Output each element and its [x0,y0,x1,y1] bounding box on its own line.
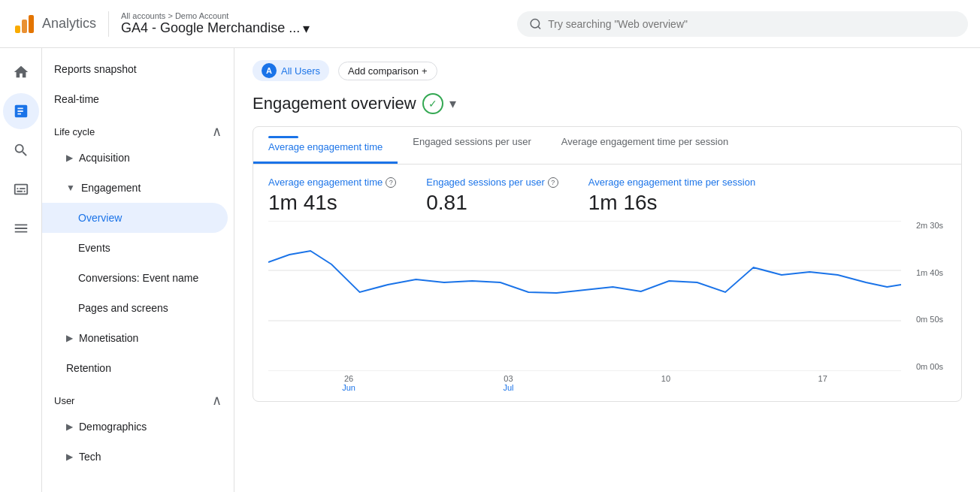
metric-tab-2[interactable]: Average engagement time per session [546,127,743,164]
nav-events-label: Events [78,242,110,254]
title-check-icon: ✓ [422,93,443,114]
metric-tab-0[interactable]: Average engagement time [253,127,398,164]
svg-rect-2 [29,15,34,33]
nav-reports-snapshot[interactable]: Reports snapshot [42,54,234,84]
tech-expand-icon: ▶ [66,451,73,462]
engagement-expand-icon: ▼ [66,183,75,193]
metric-label-2: Average engagement time per session [588,177,755,188]
nav-conversions[interactable]: Conversions: Event name [42,263,234,293]
home-nav-icon[interactable] [3,54,39,90]
nav-monetisation-label: Monetisation [79,332,138,344]
nav-demographics[interactable]: ▶ Demographics [42,412,234,442]
page-title: Engagement overview [253,94,416,113]
account-dropdown-icon[interactable]: ▾ [303,20,310,37]
segment-label: All Users [281,65,320,77]
svg-rect-0 [15,26,20,33]
metric-label-0: Average engagement time ? [268,177,396,188]
nav-acquisition-label: Acquisition [79,152,130,164]
y-label-top: 2m 30s [906,221,943,230]
nav-engagement[interactable]: ▼ Engagement [42,173,234,203]
nav-engagement-label: Engagement [81,182,141,194]
nav-retention[interactable]: Retention [42,353,234,383]
metrics-values: Average engagement time ? 1m 41s Engaged… [253,165,961,221]
metric-tab-1[interactable]: Engaged sessions per user [398,127,546,164]
segment-avatar: A [262,63,277,78]
metric-value-1: 0.81 [426,191,558,215]
metric-tab-2-label: Average engagement time per session [561,136,728,147]
analytics-logo [12,12,36,36]
metrics-card: Average engagement time Engaged sessions… [253,126,962,402]
configure-nav-icon[interactable] [3,210,39,246]
add-comparison-label: Add comparison [348,65,419,77]
metric-tab-0-label: Average engagement time [268,141,383,152]
user-collapse-icon[interactable]: ∧ [212,392,222,409]
demographics-expand-icon: ▶ [66,421,73,432]
app-title: Analytics [42,16,96,32]
svg-point-3 [531,19,539,27]
nav-realtime[interactable]: Real-time [42,84,234,114]
account-area: All accounts > Demo Account GA4 - Google… [108,11,310,37]
nav-tech-label: Tech [79,451,101,463]
nav-pages-screens[interactable]: Pages and screens [42,293,234,323]
top-header: Analytics All accounts > Demo Account GA… [0,0,980,48]
reports-nav-icon[interactable] [3,93,39,129]
metric-value-2: 1m 16s [588,191,755,215]
metric-block-1: Engaged sessions per user ? 0.81 [426,177,558,215]
page-title-area: Engagement overview ✓ ▾ [234,87,980,126]
nav-monetisation[interactable]: ▶ Monetisation [42,323,234,353]
content-header: A All Users Add comparison + [234,48,980,87]
y-label-mid1: 1m 40s [906,268,943,277]
svg-rect-1 [22,20,27,33]
line-chart [268,221,901,371]
logo-area: Analytics [12,12,96,36]
metric-value-0: 1m 41s [268,191,396,215]
nav-pages-screens-label: Pages and screens [78,302,168,314]
monetisation-expand-icon: ▶ [66,333,73,343]
nav-section-user: User ∧ [42,383,234,412]
icon-sidebar [0,48,42,492]
metric-block-2: Average engagement time per session 1m 1… [588,177,755,215]
metric-1-help-icon[interactable]: ? [548,177,558,188]
all-users-segment[interactable]: A All Users [253,60,329,81]
metric-label-1: Engaged sessions per user ? [426,177,558,188]
chart-area: 2m 30s 1m 40s 0m 50s 0m 00s 26Jun 03Jul [253,221,961,401]
add-comparison-button[interactable]: Add comparison + [338,62,437,80]
metrics-tabs: Average engagement time Engaged sessions… [253,127,961,165]
lifecycle-collapse-icon[interactable]: ∧ [212,123,222,140]
nav-section-lifecycle: Life cycle ∧ [42,114,234,143]
main-content: A All Users Add comparison + Engagement … [234,48,980,492]
title-dropdown-button[interactable]: ▾ [449,95,456,112]
account-selector[interactable]: GA4 - Google Merchandise ... ▾ [121,20,310,37]
nav-overview[interactable]: Overview [42,203,228,233]
x-label-26-jun: 26Jun [342,374,355,392]
search-bar[interactable] [517,11,968,37]
metric-0-help-icon[interactable]: ? [386,177,396,188]
main-layout: Reports snapshot Real-time Life cycle ∧ … [0,48,980,492]
nav-events[interactable]: Events [42,233,234,263]
metric-block-0: Average engagement time ? 1m 41s [268,177,396,215]
account-name-text: GA4 - Google Merchandise ... [121,20,300,36]
x-label-03-jul: 03Jul [503,374,513,392]
search-input[interactable] [548,18,956,30]
nav-sidebar: Reports snapshot Real-time Life cycle ∧ … [42,48,234,492]
search-icon [529,17,542,31]
nav-tech[interactable]: ▶ Tech [42,442,234,472]
add-comparison-icon: + [422,65,428,77]
acquisition-expand-icon: ▶ [66,152,73,163]
nav-reports-snapshot-label: Reports snapshot [54,63,137,75]
nav-overview-label: Overview [78,212,122,224]
advertising-nav-icon[interactable] [3,171,39,207]
explore-nav-icon[interactable] [3,132,39,168]
account-breadcrumb: All accounts > Demo Account [121,11,310,20]
nav-demographics-label: Demographics [79,421,147,433]
x-label-10: 10 [661,374,670,392]
nav-retention-label: Retention [66,362,111,374]
x-label-17: 17 [818,374,827,392]
y-label-bottom: 0m 00s [906,362,943,371]
y-label-mid2: 0m 50s [906,315,943,324]
nav-realtime-label: Real-time [54,93,99,105]
nav-conversions-label: Conversions: Event name [78,272,198,284]
metric-tab-1-label: Engaged sessions per user [413,136,531,147]
nav-acquisition[interactable]: ▶ Acquisition [42,143,234,173]
